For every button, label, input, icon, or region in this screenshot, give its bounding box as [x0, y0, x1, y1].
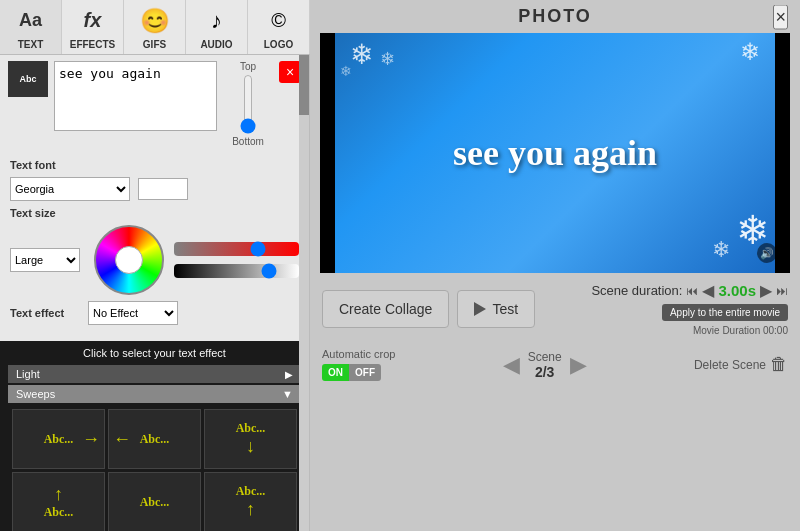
toolbar-audio[interactable]: ♪ AUDIO [186, 0, 248, 54]
toolbar: Aa TEXT fx EFFECTS 😊 GIFS ♪ AUDIO © LOGO [0, 0, 310, 55]
sweeps-category[interactable]: Sweeps ▼ [8, 385, 301, 403]
arrow-up-icon-1: ↑ [54, 484, 63, 505]
effects-icon: fx [75, 4, 111, 37]
effect-select[interactable]: No Effect Light Sweeps [88, 301, 178, 325]
text-input[interactable]: see you again [54, 61, 217, 131]
duration-forward-button[interactable]: ▶ [760, 281, 772, 300]
movie-duration: Movie Duration 00:00 [693, 325, 788, 336]
saturation-slider[interactable] [174, 242, 299, 256]
effect-thumb-3[interactable]: Abc... ↓ [204, 409, 297, 469]
crop-label: Automatic crop [322, 348, 395, 360]
arrow-up-icon-2: ↑ [246, 499, 255, 520]
test-button[interactable]: Test [457, 290, 535, 328]
black-bar-right [775, 33, 790, 273]
preview-text: see you again [453, 132, 657, 174]
size-select[interactable]: Large Small Medium [10, 248, 80, 272]
font-row: Text font [10, 159, 299, 171]
left-panel: Aa TEXT fx EFFECTS 😊 GIFS ♪ AUDIO © LOGO… [0, 0, 310, 531]
duration-back-button[interactable]: ◀ [702, 281, 714, 300]
duration-fast-forward-button[interactable]: ⏭ [776, 284, 788, 298]
middle-controls: Create Collage Test Scene duration: ⏮ ◀ … [310, 273, 800, 344]
delete-scene-row: Delete Scene 🗑 [694, 354, 788, 375]
color-sliders [174, 242, 299, 278]
snowflake-1: ❄ [350, 38, 373, 71]
text-preview-label: Abc [19, 74, 36, 84]
sweeps-label: Sweeps [16, 388, 55, 400]
effect-row: Text effect No Effect Light Sweeps [10, 301, 299, 325]
brightness-slider[interactable] [174, 264, 299, 278]
play-icon [474, 302, 486, 316]
text-preview-box: Abc [8, 61, 48, 97]
preview-frame: ❄ ❄ ❄ ❄ ❄ ❄ see you again 🔊 [320, 33, 790, 273]
position-controls: Top Bottom [223, 61, 273, 147]
snowflake-2: ❄ [380, 48, 395, 70]
position-bottom-label: Bottom [232, 136, 264, 147]
scene-next-button[interactable]: ▶ [570, 352, 587, 378]
duration-controls: Scene duration: ⏮ ◀ 3.00s ▶ ⏭ [591, 281, 788, 300]
delete-text-button[interactable]: × [279, 61, 301, 83]
light-category[interactable]: Light ▶ [8, 365, 301, 383]
scene-prev-button[interactable]: ◀ [503, 352, 520, 378]
effect-thumb-5[interactable]: Abc... [108, 472, 201, 531]
crop-on-button[interactable]: ON [322, 364, 349, 381]
snowflake-6: ❄ [712, 237, 730, 263]
effect-label: Text effect [10, 307, 80, 319]
duration-label: Scene duration: [591, 283, 682, 298]
arrow-left-icon: ← [113, 429, 131, 450]
svg-text:🔊: 🔊 [760, 246, 774, 260]
font-select[interactable]: Georgia [10, 177, 130, 201]
crop-toggle: ON OFF [322, 364, 381, 381]
toolbar-text-label: TEXT [18, 39, 44, 50]
toolbar-gifs-label: GIFS [143, 39, 166, 50]
toolbar-logo-label: LOGO [264, 39, 293, 50]
toolbar-text[interactable]: Aa TEXT [0, 0, 62, 54]
gifs-icon: 😊 [137, 4, 173, 37]
scene-nav: ◀ Scene 2/3 ▶ [503, 350, 587, 380]
scene-label: Scene [528, 350, 562, 364]
text-icon: Aa [13, 4, 49, 37]
scene-duration-row: Scene duration: ⏮ ◀ 3.00s ▶ ⏭ Apply to t… [591, 281, 788, 336]
sweeps-arrow-icon: ▼ [282, 388, 293, 400]
position-slider[interactable] [240, 74, 256, 134]
apply-entire-movie-button[interactable]: Apply to the entire movie [662, 304, 788, 321]
left-buttons: Create Collage Test [322, 290, 535, 328]
effect-thumb-2[interactable]: ← Abc... [108, 409, 201, 469]
volume-icon[interactable]: 🔊 [756, 242, 778, 267]
effect-thumb-6[interactable]: Abc... ↑ [204, 472, 297, 531]
logo-icon: © [261, 4, 297, 37]
effect-thumb-4[interactable]: ↑ Abc... [12, 472, 105, 531]
arrow-right-icon: → [82, 429, 100, 450]
effect-panel-title: Click to select your text effect [8, 347, 301, 359]
panel-scrollbar[interactable] [299, 55, 309, 531]
close-button[interactable]: × [773, 4, 788, 29]
black-bar-left [320, 33, 335, 273]
light-arrow-icon: ▶ [285, 369, 293, 380]
font-label: Text font [10, 159, 80, 171]
toolbar-audio-label: AUDIO [200, 39, 232, 50]
color-wheel-center [115, 246, 143, 274]
controls-area: Text font Georgia Text size Large Small … [0, 153, 309, 337]
scrollbar-thumb[interactable] [299, 55, 309, 115]
trash-icon[interactable]: 🗑 [770, 354, 788, 375]
crop-off-button[interactable]: OFF [349, 364, 381, 381]
create-collage-button[interactable]: Create Collage [322, 290, 449, 328]
color-wheel-row: Large Small Medium [10, 225, 299, 295]
color-wheel[interactable] [94, 225, 164, 295]
effect-panel: Click to select your text effect Light ▶… [0, 341, 309, 531]
toolbar-gifs[interactable]: 😊 GIFS [124, 0, 186, 54]
effects-grid: Abc... → ← Abc... Abc... ↓ ↑ Abc... Abc.… [8, 407, 301, 531]
preview-area: ❄ ❄ ❄ ❄ ❄ ❄ see you again 🔊 [310, 33, 800, 273]
color-swatch[interactable] [138, 178, 188, 200]
toolbar-effects[interactable]: fx EFFECTS [62, 0, 124, 54]
toolbar-effects-label: EFFECTS [70, 39, 116, 50]
automatic-crop-row: Automatic crop ON OFF [322, 348, 395, 381]
text-input-row: Abc see you again Top Bottom × [0, 55, 309, 153]
size-row: Text size [10, 207, 299, 219]
duration-fast-back-button[interactable]: ⏮ [686, 284, 698, 298]
right-controls: Scene duration: ⏮ ◀ 3.00s ▶ ⏭ Apply to t… [591, 281, 788, 336]
effect-thumb-1[interactable]: Abc... → [12, 409, 105, 469]
delete-scene-label: Delete Scene [694, 358, 766, 372]
position-top-label: Top [240, 61, 256, 72]
toolbar-logo[interactable]: © LOGO [248, 0, 310, 54]
test-label: Test [492, 301, 518, 317]
